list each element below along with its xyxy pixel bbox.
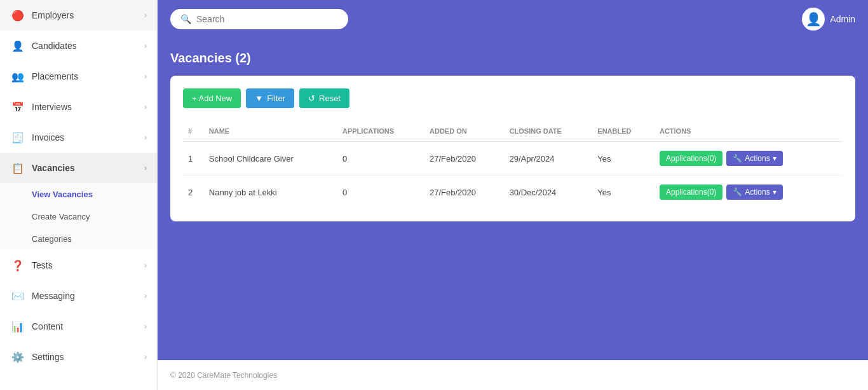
interviews-icon: 📅 — [10, 99, 25, 115]
add-new-button[interactable]: + Add New — [183, 88, 241, 108]
chevron-icon: › — [144, 102, 147, 111]
row-num: 1 — [183, 142, 204, 176]
sidebar-item-tests[interactable]: ❓ Tests › — [0, 250, 157, 281]
chevron-icon: › — [144, 72, 147, 81]
sidebar-item-label: Interviews — [32, 102, 144, 112]
sidebar-item-label: Placements — [32, 71, 144, 81]
page-title: Vacancies (2) — [170, 51, 855, 66]
sidebar-item-create-vacancy[interactable]: Create Vacancy — [0, 205, 157, 228]
chevron-icon: › — [144, 291, 147, 300]
row-added-on: 27/Feb/2020 — [424, 176, 505, 209]
reset-icon: ↺ — [308, 94, 315, 103]
invoices-icon: 🧾 — [10, 130, 25, 145]
chevron-icon: › — [144, 41, 147, 50]
sidebar-item-label: Content — [32, 321, 144, 331]
sidebar-item-invoices[interactable]: 🧾 Invoices › — [0, 122, 157, 153]
dropdown-icon: ▾ — [773, 154, 776, 163]
filter-button[interactable]: ▼ Filter — [246, 88, 294, 108]
row-closing-date: 29/Apr/2024 — [505, 142, 593, 176]
content-icon: 📊 — [10, 319, 25, 334]
row-applications: 0 — [337, 142, 424, 176]
search-icon: 🔍 — [180, 14, 191, 24]
wrench-icon: 🔧 — [733, 154, 742, 163]
applications-button[interactable]: Applications(0) — [660, 185, 722, 200]
user-name: Admin — [830, 14, 855, 24]
sidebar-item-view-vacancies[interactable]: View Vacancies — [0, 183, 157, 205]
footer: © 2020 CareMate Technologies — [158, 360, 868, 390]
sidebar: 🔴 Employers › 👤 Candidates › 👥 Placement… — [0, 0, 158, 390]
sidebar-item-label: Invoices — [32, 132, 144, 143]
col-actions: ACTIONS — [654, 121, 843, 142]
chevron-icon: › — [144, 322, 147, 331]
sidebar-item-vacancies[interactable]: 📋 Vacancies › — [0, 153, 157, 183]
header: 🔍 👤 Admin — [158, 0, 868, 38]
chevron-icon: › — [144, 352, 147, 361]
sidebar-item-label: Settings — [32, 352, 144, 362]
col-#: # — [183, 121, 204, 142]
row-actions: Applications(0) 🔧 Actions ▾ — [654, 176, 843, 209]
wrench-icon: 🔧 — [733, 188, 742, 197]
sidebar-item-label: Tests — [32, 260, 144, 270]
content-area: Vacancies (2) + Add New ▼ Filter ↺ Reset… — [158, 38, 868, 360]
user-area: 👤 Admin — [802, 8, 855, 31]
chevron-icon: › — [144, 164, 147, 172]
main-content: 🔍 👤 Admin Vacancies (2) + Add New ▼ Filt… — [158, 0, 868, 390]
actions-button[interactable]: 🔧 Actions ▾ — [726, 151, 782, 166]
sidebar-submenu: View VacanciesCreate VacancyCategories — [0, 183, 157, 250]
sidebar-item-placements[interactable]: 👥 Placements › — [0, 61, 157, 92]
vacancies-table: #NAMEAPPLICATIONSADDED ONCLOSING DATEENA… — [183, 121, 843, 209]
sidebar-item-employers[interactable]: 🔴 Employers › — [0, 0, 157, 31]
row-num: 2 — [183, 176, 204, 209]
applications-button[interactable]: Applications(0) — [660, 151, 722, 166]
employers-icon: 🔴 — [10, 8, 25, 23]
sidebar-item-label: Employers — [32, 10, 144, 20]
sidebar-item-content[interactable]: 📊 Content › — [0, 311, 157, 342]
placements-icon: 👥 — [10, 69, 25, 84]
row-enabled: Yes — [592, 176, 654, 209]
sidebar-item-messaging[interactable]: ✉️ Messaging › — [0, 281, 157, 311]
footer-text: © 2020 CareMate Technologies — [170, 371, 277, 380]
chevron-icon: › — [144, 261, 147, 270]
col-enabled: ENABLED — [592, 121, 654, 142]
vacancies-card: + Add New ▼ Filter ↺ Reset #NAMEAPPLICAT… — [170, 76, 855, 221]
col-name: NAME — [204, 121, 337, 142]
col-added-on: ADDED ON — [424, 121, 505, 142]
table-row: 2 Nanny job at Lekki 0 27/Feb/2020 30/De… — [183, 176, 843, 209]
actions-button[interactable]: 🔧 Actions ▾ — [726, 185, 782, 200]
row-enabled: Yes — [592, 142, 654, 176]
row-name: School Childcare Giver — [204, 142, 337, 176]
row-closing-date: 30/Dec/2024 — [505, 176, 593, 209]
col-applications: APPLICATIONS — [337, 121, 424, 142]
sidebar-item-label: Messaging — [32, 291, 144, 301]
table-row: 1 School Childcare Giver 0 27/Feb/2020 2… — [183, 142, 843, 176]
vacancies-icon: 📋 — [10, 160, 25, 176]
row-applications: 0 — [337, 176, 424, 209]
sidebar-item-categories[interactable]: Categories — [0, 228, 157, 250]
chevron-icon: › — [144, 133, 147, 142]
toolbar: + Add New ▼ Filter ↺ Reset — [183, 88, 843, 108]
search-input[interactable] — [196, 14, 338, 24]
messaging-icon: ✉️ — [10, 288, 25, 303]
reset-button[interactable]: ↺ Reset — [299, 88, 349, 108]
sidebar-item-candidates[interactable]: 👤 Candidates › — [0, 31, 157, 61]
search-box[interactable]: 🔍 — [170, 9, 348, 29]
sidebar-item-label: Candidates — [32, 41, 144, 51]
sidebar-item-label: Vacancies — [32, 163, 144, 173]
dropdown-icon: ▾ — [773, 188, 776, 197]
sidebar-item-settings[interactable]: ⚙️ Settings › — [0, 342, 157, 372]
row-name: Nanny job at Lekki — [204, 176, 337, 209]
chevron-icon: › — [144, 11, 147, 20]
sidebar-item-interviews[interactable]: 📅 Interviews › — [0, 92, 157, 122]
avatar: 👤 — [802, 8, 825, 31]
col-closing-date: CLOSING DATE — [505, 121, 593, 142]
row-added-on: 27/Feb/2020 — [424, 142, 505, 176]
settings-icon: ⚙️ — [10, 349, 25, 365]
candidates-icon: 👤 — [10, 38, 25, 53]
filter-icon: ▼ — [255, 94, 263, 103]
row-actions: Applications(0) 🔧 Actions ▾ — [654, 142, 843, 176]
tests-icon: ❓ — [10, 258, 25, 273]
